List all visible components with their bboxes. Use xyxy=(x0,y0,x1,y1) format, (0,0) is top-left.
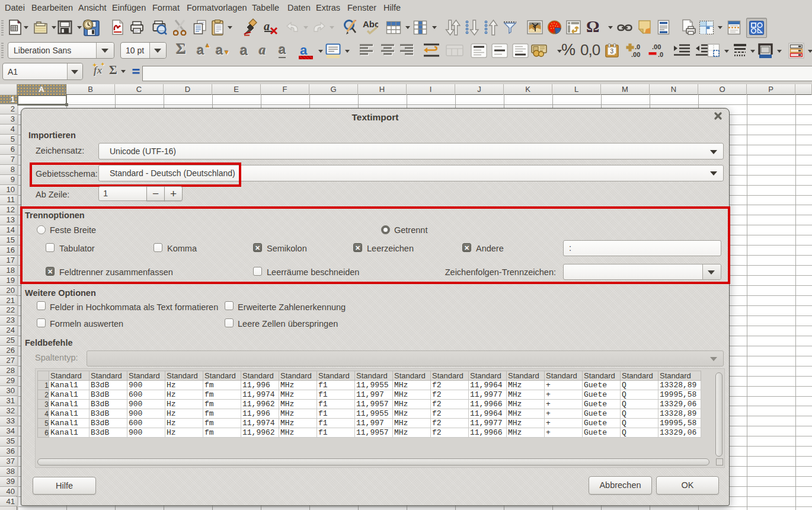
svg-text:.0: .0 xyxy=(635,43,640,50)
svg-text:3: 3 xyxy=(610,48,614,55)
svg-text:.00: .00 xyxy=(652,43,661,50)
svg-text:.0: .0 xyxy=(658,51,663,58)
svg-text:.00: .00 xyxy=(631,51,640,58)
svg-text:a: a xyxy=(264,20,270,33)
